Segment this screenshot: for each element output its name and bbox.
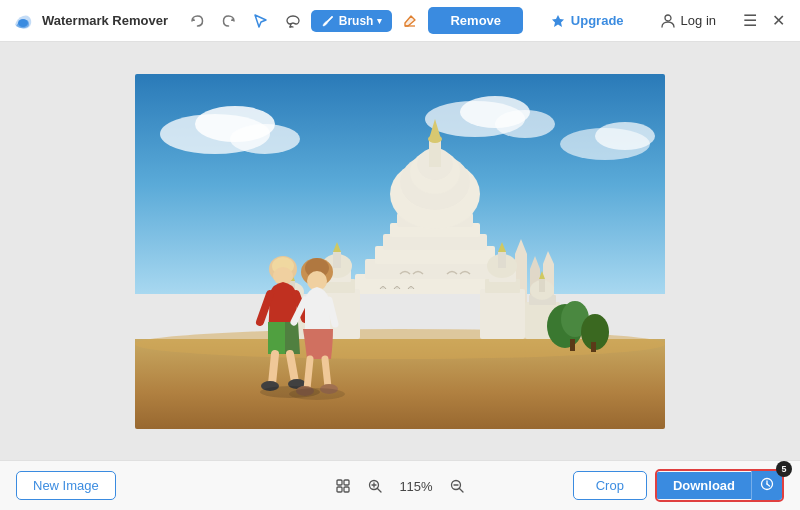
erase-tool-button[interactable] xyxy=(396,7,424,35)
download-button[interactable]: Download xyxy=(657,472,751,499)
svg-line-94 xyxy=(767,484,770,486)
svg-rect-60 xyxy=(591,342,596,352)
clock-icon xyxy=(760,477,774,491)
login-label: Log in xyxy=(681,13,716,28)
svg-line-67 xyxy=(290,354,295,382)
svg-rect-82 xyxy=(344,480,349,485)
download-label: Download xyxy=(673,478,735,493)
app-branding: Watermark Remover xyxy=(12,10,168,32)
window-controls: ☰ ✕ xyxy=(740,11,788,31)
remove-label: Remove xyxy=(450,13,501,28)
svg-rect-38 xyxy=(333,252,341,268)
toolbar-tools: Brush ▾ Remove xyxy=(183,7,523,35)
remove-button[interactable]: Remove xyxy=(428,7,523,34)
crop-label: Crop xyxy=(596,478,624,493)
svg-rect-31 xyxy=(429,139,441,167)
svg-point-9 xyxy=(495,110,555,138)
bottom-right-actions: Crop Download 5 xyxy=(573,469,784,502)
crop-button[interactable]: Crop xyxy=(573,471,647,500)
svg-rect-81 xyxy=(337,480,342,485)
zoom-controls: 115% xyxy=(332,475,468,497)
svg-rect-58 xyxy=(570,339,575,351)
svg-line-64 xyxy=(260,294,270,322)
svg-line-76 xyxy=(325,359,328,387)
svg-rect-44 xyxy=(498,252,506,268)
svg-line-75 xyxy=(307,359,310,389)
reset-zoom-button[interactable] xyxy=(332,475,354,497)
svg-rect-54 xyxy=(539,279,545,292)
upgrade-icon xyxy=(550,13,566,29)
header-right: Upgrade Log in ☰ ✕ xyxy=(538,8,788,34)
download-wrapper: Download 5 xyxy=(655,469,784,502)
brush-label: Brush xyxy=(339,14,374,28)
svg-point-80 xyxy=(289,388,345,400)
photo-scene xyxy=(135,74,665,429)
svg-point-11 xyxy=(595,122,655,150)
undo-button[interactable] xyxy=(183,7,211,35)
upgrade-button[interactable]: Upgrade xyxy=(538,8,636,34)
close-button[interactable]: ✕ xyxy=(768,11,788,31)
svg-line-66 xyxy=(272,354,275,384)
canvas-area xyxy=(0,42,800,460)
svg-line-86 xyxy=(377,488,381,492)
lasso-tool-button[interactable] xyxy=(279,7,307,35)
svg-point-2 xyxy=(665,15,671,21)
app-title: Watermark Remover xyxy=(42,13,168,28)
svg-rect-40 xyxy=(480,289,525,339)
titlebar: Watermark Remover xyxy=(0,0,800,42)
upgrade-label: Upgrade xyxy=(571,13,624,28)
download-btn-group: Download xyxy=(655,469,784,502)
download-dropdown-button[interactable] xyxy=(751,471,782,500)
new-image-button[interactable]: New Image xyxy=(16,471,116,500)
svg-point-6 xyxy=(230,124,300,154)
svg-rect-84 xyxy=(344,487,349,492)
new-image-label: New Image xyxy=(33,478,99,493)
brush-tool-button[interactable]: Brush ▾ xyxy=(311,10,393,32)
brush-dropdown-icon: ▾ xyxy=(377,16,382,26)
zoom-level: 115% xyxy=(396,479,436,494)
svg-point-33 xyxy=(428,135,442,143)
svg-rect-83 xyxy=(337,487,342,492)
user-icon xyxy=(660,13,676,29)
app-logo-icon xyxy=(12,10,34,32)
menu-button[interactable]: ☰ xyxy=(740,11,760,31)
download-badge: 5 xyxy=(776,461,792,477)
svg-line-90 xyxy=(459,488,463,492)
image-display xyxy=(135,74,665,429)
zoom-in-button[interactable] xyxy=(364,475,386,497)
select-tool-button[interactable] xyxy=(247,7,275,35)
zoom-out-button[interactable] xyxy=(446,475,468,497)
redo-button[interactable] xyxy=(215,7,243,35)
svg-point-0 xyxy=(18,19,28,27)
login-button[interactable]: Log in xyxy=(648,8,728,34)
bottom-bar: New Image 115% xyxy=(0,460,800,510)
